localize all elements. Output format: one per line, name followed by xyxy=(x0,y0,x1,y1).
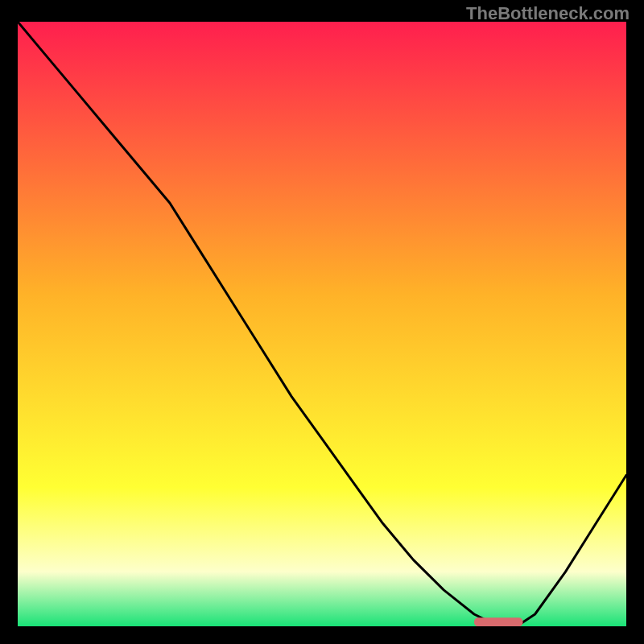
chart-plot-area xyxy=(18,22,626,626)
optimal-marker xyxy=(474,617,523,626)
gradient-background xyxy=(18,22,626,626)
watermark-text: TheBottleneck.com xyxy=(466,3,630,24)
chart-svg xyxy=(18,22,626,626)
